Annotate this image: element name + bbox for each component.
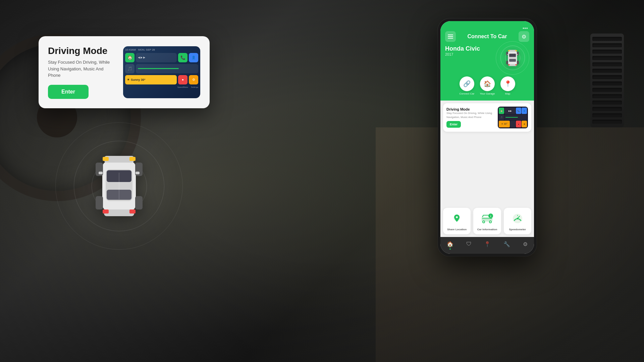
vent-slot bbox=[592, 81, 622, 85]
connect-to-car-title: Connect To Car bbox=[468, 34, 507, 40]
connect-car-label: Connect Car bbox=[460, 92, 475, 95]
garage-label: Your Garage bbox=[480, 92, 495, 95]
garage-action[interactable]: 🏠 Your Garage bbox=[480, 76, 495, 95]
mini-phone-preview: 10:43AM MON, SEP 28 🏠 ◀ ▶ ▶ 📞 👤 🎵 ☀ bbox=[123, 46, 200, 98]
car-top-view-svg bbox=[94, 147, 144, 225]
share-location-card[interactable]: Share Location bbox=[443, 208, 471, 234]
vent-slot bbox=[592, 62, 622, 66]
phone-body: Driving Mode Stay Focused On Driving, Wh… bbox=[440, 101, 534, 237]
phone-car-top-view bbox=[505, 48, 520, 68]
menu-button[interactable] bbox=[445, 31, 456, 42]
nav-settings[interactable]: ⚙ bbox=[520, 240, 531, 250]
phone-mockup: ●●● Connect To Car ⚙ Honda Civic 2017 bbox=[438, 18, 537, 256]
svg-rect-31 bbox=[507, 54, 508, 55]
phone-screen: ●●● Connect To Car ⚙ Honda Civic 2017 bbox=[440, 21, 534, 254]
car-model-info: Honda Civic 2017 bbox=[445, 45, 480, 56]
car-radar-display bbox=[52, 119, 186, 253]
nav-shield-icon: 🛡 bbox=[466, 241, 472, 247]
driving-mode-title: Driving Mode bbox=[48, 46, 116, 56]
nav-active-dot bbox=[449, 248, 451, 250]
svg-rect-6 bbox=[103, 209, 109, 214]
settings-button[interactable]: ⚙ bbox=[519, 31, 529, 42]
vent-slot bbox=[592, 56, 622, 60]
svg-point-43 bbox=[517, 218, 518, 220]
svg-rect-32 bbox=[517, 54, 518, 55]
feature-grid: Share Location bbox=[440, 205, 534, 237]
mini-weather: ☀ 30° bbox=[499, 121, 510, 127]
mini-progress-bar bbox=[504, 114, 527, 120]
garage-icon: 🏠 bbox=[480, 76, 495, 91]
mini-icon-music: 🎵 bbox=[499, 114, 504, 120]
mini-icon-a bbox=[510, 121, 516, 127]
mini-icon-call: 📞 bbox=[516, 108, 521, 114]
vent-slot bbox=[592, 107, 622, 111]
svg-text:i: i bbox=[490, 215, 491, 218]
vent-slot bbox=[592, 69, 622, 73]
svg-rect-23 bbox=[508, 64, 510, 65]
car-information-icon: i bbox=[480, 211, 494, 226]
phone-radar bbox=[496, 45, 529, 70]
svg-rect-19 bbox=[509, 54, 516, 57]
driving-mode-card: Driving Mode Stay Focused On Driving, Wh… bbox=[39, 36, 210, 108]
speedometer-card[interactable]: Speedometer bbox=[504, 208, 531, 234]
nav-settings-icon: ⚙ bbox=[523, 241, 528, 247]
svg-rect-20 bbox=[509, 59, 516, 61]
svg-rect-30 bbox=[517, 61, 519, 64]
phone-dm-text: Driving Mode Stay Focused On Driving, Wh… bbox=[446, 107, 495, 127]
vent-slot bbox=[592, 94, 622, 98]
phone-header: ●●● Connect To Car ⚙ Honda Civic 2017 bbox=[440, 21, 534, 101]
nav-tools-icon: 🔧 bbox=[503, 241, 510, 247]
phone-dm-mini-screen: 🏠 ▶▶ 📞 👤 🎵 ☀ 30° ● ⚙ bbox=[498, 107, 528, 128]
vent-slot bbox=[592, 113, 622, 117]
vent-slot bbox=[592, 37, 622, 41]
car-model-name: Honda Civic bbox=[445, 45, 480, 52]
driving-mode-description: Stay Focused On Driving, While Using Nav… bbox=[48, 59, 116, 79]
connect-car-action[interactable]: 🔗 Connect Car bbox=[460, 76, 475, 95]
mini-icon-contact: 👤 bbox=[522, 108, 527, 114]
nav-location-icon: 📍 bbox=[484, 241, 491, 247]
phone-dm-enter-button[interactable]: Enter bbox=[446, 121, 461, 128]
menu-line bbox=[448, 38, 453, 39]
map-label: Map bbox=[505, 92, 511, 95]
car-year: 2017 bbox=[445, 52, 480, 56]
svg-rect-12 bbox=[96, 196, 103, 209]
nav-shield[interactable]: 🛡 bbox=[463, 240, 475, 250]
mini-icon-c: ⚙ bbox=[522, 121, 527, 127]
speedometer-icon bbox=[510, 211, 525, 226]
phone-dm-description: Stay Focused On Driving, While Using Nav… bbox=[446, 111, 495, 119]
menu-line bbox=[448, 35, 453, 35]
svg-rect-26 bbox=[515, 50, 517, 51]
map-icon: 📍 bbox=[500, 76, 515, 91]
svg-rect-15 bbox=[136, 172, 140, 174]
phone-nav-bar: Connect To Car ⚙ bbox=[445, 31, 529, 42]
vent-slot bbox=[592, 43, 622, 47]
svg-rect-7 bbox=[129, 209, 136, 214]
mini-icon-home: 🏠 bbox=[499, 108, 504, 114]
vent-decoration bbox=[590, 34, 624, 127]
vent-slot bbox=[592, 50, 622, 54]
connect-car-icon: 🔗 bbox=[460, 76, 474, 91]
vent-slot bbox=[592, 88, 622, 92]
nav-home[interactable]: 🏠 bbox=[443, 240, 457, 250]
share-location-label: Share Location bbox=[447, 228, 467, 231]
phone-dm-title: Driving Mode bbox=[446, 107, 495, 111]
vent-slot bbox=[592, 101, 622, 105]
mini-icon-b: ● bbox=[516, 121, 521, 127]
svg-rect-13 bbox=[135, 196, 143, 209]
map-action[interactable]: 📍 Map bbox=[500, 76, 515, 95]
driving-mode-enter-button[interactable]: Enter bbox=[48, 85, 89, 99]
car-information-card[interactable]: i Car Information bbox=[473, 208, 501, 234]
phone-bottom-navigation: 🏠 🛡 📍 🔧 ⚙ bbox=[440, 237, 534, 254]
svg-point-38 bbox=[483, 221, 484, 223]
action-icons-row: 🔗 Connect Car 🏠 Your Garage 📍 Map bbox=[445, 74, 529, 101]
svg-point-39 bbox=[490, 221, 491, 223]
svg-rect-14 bbox=[99, 172, 103, 174]
vent-slot bbox=[592, 75, 622, 79]
nav-location[interactable]: 📍 bbox=[481, 240, 494, 250]
nav-tools[interactable]: 🔧 bbox=[500, 240, 514, 250]
nav-home-icon: 🏠 bbox=[447, 241, 453, 247]
svg-rect-9 bbox=[129, 157, 136, 161]
car-info-row: Honda Civic 2017 bbox=[445, 45, 529, 70]
car-information-label: Car Information bbox=[477, 228, 497, 231]
driving-mode-text: Driving Mode Stay Focused On Driving, Wh… bbox=[48, 46, 116, 99]
